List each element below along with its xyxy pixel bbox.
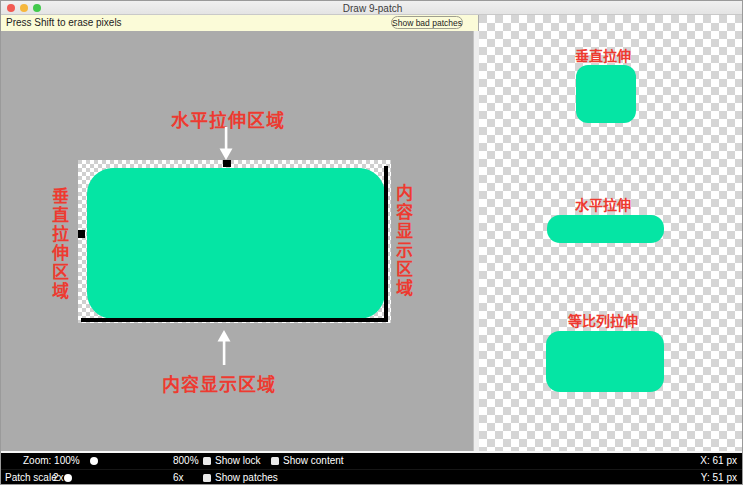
statusbar-zoom-row: Zoom: 100% 800% Show lock Show content X… xyxy=(1,453,743,469)
toolbar: Press Shift to erase pixels Show bad pat… xyxy=(1,15,478,31)
show-patches-checkbox[interactable] xyxy=(203,474,211,482)
editor-canvas[interactable]: 水平拉伸区域 垂直拉伸区域 内容显示区域 内容显示区域 xyxy=(1,31,473,453)
patch-scale-label: Patch scale: xyxy=(5,470,59,485)
content-area-bottom-label: 内容显示区域 xyxy=(139,370,299,396)
preview-horizontal-stretch-shape xyxy=(547,215,664,243)
cursor-y-coordinate: Y: 51 px xyxy=(701,470,737,485)
top-stretch-marker[interactable] xyxy=(223,160,231,167)
patch-graphic[interactable] xyxy=(87,168,385,319)
preview-horizontal-stretch-label: 水平拉伸 xyxy=(479,194,727,214)
zoom-slider-thumb[interactable] xyxy=(90,457,98,465)
left-stretch-marker[interactable] xyxy=(78,230,85,238)
patch-scale-value: 2x xyxy=(53,470,64,485)
ninepatch-image[interactable] xyxy=(78,160,391,323)
vertical-stretch-label: 垂直拉伸区域 xyxy=(50,187,68,301)
preview-panel: 垂直拉伸 水平拉伸 等比列拉伸 xyxy=(479,15,743,451)
right-content-marker[interactable] xyxy=(384,166,388,322)
window-title: Draw 9-patch xyxy=(1,2,743,15)
preview-vertical-stretch-shape xyxy=(576,65,636,123)
down-arrow-icon xyxy=(218,127,234,161)
preview-proportional-stretch-label: 等比列拉伸 xyxy=(479,310,727,330)
up-arrow-icon xyxy=(216,330,232,366)
show-content-label[interactable]: Show content xyxy=(283,453,344,469)
show-content-checkbox[interactable] xyxy=(271,457,279,465)
patch-scale-slider-thumb[interactable] xyxy=(64,474,72,482)
bottom-content-marker[interactable] xyxy=(81,318,388,322)
erase-hint-text: Press Shift to erase pixels xyxy=(6,15,122,31)
zoom-max-label: 800% xyxy=(173,453,199,469)
content-area-right-label: 内容显示区域 xyxy=(394,184,412,298)
preview-vertical-stretch-label: 垂直拉伸 xyxy=(479,45,727,65)
show-lock-checkbox[interactable] xyxy=(203,457,211,465)
cursor-x-coordinate: X: 61 px xyxy=(700,453,737,469)
titlebar: Draw 9-patch xyxy=(1,1,743,15)
statusbar-patch-scale-row: Patch scale: 2x 6x Show patches Y: 51 px xyxy=(1,469,743,485)
preview-proportional-stretch-shape xyxy=(546,331,664,392)
show-patches-label[interactable]: Show patches xyxy=(215,470,278,485)
patch-scale-max-label: 6x xyxy=(173,470,184,485)
show-lock-label[interactable]: Show lock xyxy=(215,453,261,469)
show-bad-patches-button[interactable]: Show bad patches xyxy=(391,16,463,29)
zoom-label: Zoom: 100% xyxy=(23,453,80,469)
draw9patch-window: Draw 9-patch Press Shift to erase pixels… xyxy=(0,0,743,485)
